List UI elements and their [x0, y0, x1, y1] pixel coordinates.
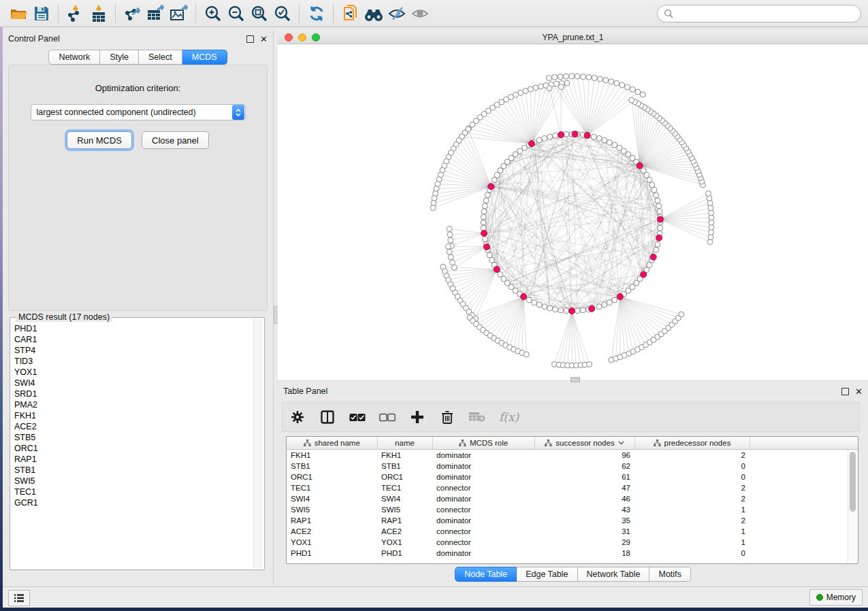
table-scrollbar-thumb[interactable] — [850, 452, 856, 512]
splitter-grab-handle[interactable] — [570, 377, 580, 382]
search-box[interactable] — [657, 5, 861, 22]
result-node-item[interactable]: RAP1 — [14, 454, 253, 465]
result-node-item[interactable]: GCR1 — [14, 497, 253, 508]
toolbar-separator — [115, 4, 116, 23]
import-table-icon[interactable] — [87, 3, 110, 24]
tab-select[interactable]: Select — [139, 50, 182, 65]
table-row[interactable]: STB1STB1dominator620 — [287, 461, 858, 472]
result-node-item[interactable]: FKH1 — [14, 410, 253, 421]
tab-style[interactable]: Style — [100, 50, 139, 65]
table-cell: connector — [432, 482, 534, 493]
export-image-icon[interactable] — [167, 3, 191, 24]
zoom-out-icon[interactable] — [225, 3, 248, 24]
function-builder-icon[interactable]: f(x) — [499, 410, 519, 424]
criterion-select[interactable]: largest connected component (undirected) — [31, 104, 246, 120]
table-cell: TEC1 — [287, 482, 377, 493]
table-row[interactable]: SWI5SWI5connector431 — [287, 504, 858, 515]
table-row[interactable]: SWI4SWI4dominator462 — [287, 493, 858, 504]
tab-edge-table[interactable]: Edge Table — [517, 567, 577, 582]
zoom-in-icon[interactable] — [202, 3, 225, 24]
hide-eye-icon[interactable] — [385, 3, 408, 24]
table-cell: dominator — [432, 493, 534, 504]
table-row[interactable]: FKH1FKH1dominator962 — [287, 450, 858, 461]
show-panels-button[interactable] — [8, 590, 30, 606]
result-node-item[interactable]: SWI4 — [14, 378, 253, 389]
float-window-icon[interactable] — [841, 388, 849, 395]
table-cell: SWI5 — [377, 504, 432, 515]
table-cell-filler — [750, 450, 858, 461]
attribute-type-icon — [459, 440, 466, 446]
result-node-item[interactable]: SRD1 — [14, 389, 253, 399]
tab-node-table[interactable]: Node Table — [455, 567, 517, 582]
result-node-item[interactable]: STP4 — [14, 345, 253, 356]
export-table-icon[interactable] — [144, 3, 167, 24]
result-node-item[interactable]: TID3 — [14, 356, 253, 367]
table-cell: FKH1 — [377, 450, 432, 461]
node-table[interactable]: shared namenameMCDS rolesuccessor nodesp… — [286, 436, 858, 564]
import-network-icon[interactable] — [64, 3, 87, 24]
mcds-result-list[interactable]: PHD1CAR1STP4TID3YOX1SWI4SRD1PMA2FKH1ACE2… — [14, 323, 253, 567]
zoom-fit-icon[interactable] — [248, 3, 271, 24]
result-node-item[interactable]: STB1 — [14, 465, 253, 476]
status-bar: Memory — [3, 587, 868, 608]
result-node-item[interactable]: CAR1 — [14, 334, 253, 345]
show-eye-icon[interactable] — [408, 3, 432, 24]
search-input[interactable] — [677, 8, 854, 19]
deselect-all-checkboxes-icon[interactable] — [379, 409, 396, 425]
result-node-item[interactable]: ACE2 — [14, 421, 253, 432]
open-folder-icon[interactable] — [7, 3, 30, 24]
refresh-icon[interactable] — [305, 3, 328, 24]
table-scrollbar[interactable] — [848, 450, 857, 563]
delete-icon[interactable] — [439, 409, 455, 425]
table-row[interactable]: ACE2ACE2connector311 — [287, 526, 858, 537]
close-panel-button[interactable]: Close panel — [142, 131, 209, 149]
result-node-item[interactable]: ORC1 — [14, 443, 253, 454]
share-document-icon[interactable] — [339, 3, 362, 24]
table-cell: RAP1 — [287, 515, 377, 526]
column-header-MCDS-role[interactable]: MCDS role — [432, 437, 534, 450]
tab-network-table[interactable]: Network Table — [578, 567, 650, 582]
table-row[interactable]: YOX1YOX1connector291 — [287, 537, 858, 548]
add-icon[interactable] — [409, 409, 425, 425]
select-all-checkboxes-icon[interactable] — [349, 409, 366, 425]
result-node-item[interactable]: STB5 — [14, 432, 253, 443]
table-cell-filler — [750, 537, 858, 548]
tab-motifs[interactable]: Motifs — [649, 567, 690, 582]
table-row[interactable]: PHD1PHD1dominator180 — [287, 548, 858, 559]
result-node-item[interactable]: TEC1 — [14, 486, 253, 497]
float-window-icon[interactable] — [246, 35, 254, 43]
result-list-scrollbar[interactable] — [253, 319, 263, 568]
result-node-item[interactable]: SWI5 — [14, 476, 253, 486]
column-header-filler — [750, 437, 858, 450]
table-cell: STB1 — [287, 461, 377, 472]
column-header-predecessor-nodes[interactable]: predecessor nodes — [634, 437, 750, 450]
columns-icon[interactable] — [319, 409, 336, 425]
column-header-shared-name[interactable]: shared name — [287, 437, 377, 450]
table-row[interactable]: TEC1TEC1connector472 — [287, 482, 858, 493]
result-node-item[interactable]: PHD1 — [14, 323, 253, 334]
table-panel-title: Table Panel — [283, 386, 327, 396]
result-node-item[interactable]: PMA2 — [14, 399, 253, 410]
table-cell: ORC1 — [377, 472, 432, 482]
column-header-name[interactable]: name — [377, 437, 432, 450]
network-canvas[interactable] — [278, 44, 868, 380]
table-row[interactable]: ORC1ORC1dominator610 — [287, 472, 858, 482]
table-header-row[interactable]: shared namenameMCDS rolesuccessor nodesp… — [287, 437, 858, 450]
export-network-icon[interactable] — [121, 3, 144, 24]
tab-mcds[interactable]: MCDS — [182, 50, 227, 65]
table-row[interactable]: RAP1RAP1dominator352 — [287, 515, 858, 526]
result-node-item[interactable]: YOX1 — [14, 367, 253, 378]
close-panel-icon[interactable]: ✕ — [260, 36, 268, 42]
delete-table-icon[interactable] — [469, 409, 485, 425]
save-icon[interactable] — [30, 3, 53, 24]
table-cell: 43 — [534, 504, 634, 515]
close-panel-icon[interactable]: ✕ — [855, 389, 863, 395]
binoculars-icon[interactable] — [362, 3, 385, 24]
run-mcds-button[interactable]: Run MCDS — [67, 131, 132, 149]
network-window-titlebar[interactable]: YPA_prune.txt_1 — [278, 31, 868, 44]
memory-button[interactable]: Memory — [809, 589, 863, 606]
tab-network[interactable]: Network — [48, 50, 100, 65]
column-header-successor-nodes[interactable]: successor nodes — [534, 437, 634, 450]
gear-icon[interactable] — [289, 409, 306, 425]
zoom-selected-icon[interactable] — [271, 3, 294, 24]
